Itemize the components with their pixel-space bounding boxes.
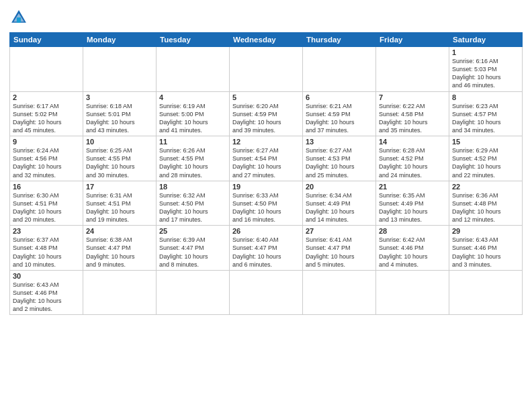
calendar-cell [83, 47, 157, 92]
calendar-cell: 9Sunrise: 6:24 AM Sunset: 4:56 PM Daylig… [10, 136, 83, 181]
day-number: 28 [379, 227, 446, 235]
day-info: Sunrise: 6:24 AM Sunset: 4:56 PM Dayligh… [13, 146, 80, 179]
day-number: 20 [306, 183, 373, 191]
day-number: 3 [86, 93, 153, 101]
calendar-cell: 7Sunrise: 6:22 AM Sunset: 4:58 PM Daylig… [376, 91, 449, 136]
day-info: Sunrise: 6:17 AM Sunset: 5:02 PM Dayligh… [13, 102, 80, 135]
day-info: Sunrise: 6:27 AM Sunset: 4:53 PM Dayligh… [306, 146, 373, 179]
calendar-table: SundayMondayTuesdayWednesdayThursdayFrid… [9, 32, 523, 315]
day-number: 8 [452, 93, 519, 101]
day-number: 22 [452, 183, 519, 191]
day-info: Sunrise: 6:33 AM Sunset: 4:50 PM Dayligh… [232, 191, 300, 224]
day-info: Sunrise: 6:31 AM Sunset: 4:51 PM Dayligh… [86, 191, 153, 224]
day-info: Sunrise: 6:19 AM Sunset: 5:00 PM Dayligh… [159, 102, 226, 135]
calendar-week-row: 30Sunrise: 6:43 AM Sunset: 4:46 PM Dayli… [10, 270, 523, 315]
calendar-cell: 24Sunrise: 6:38 AM Sunset: 4:47 PM Dayli… [83, 226, 157, 271]
day-number: 9 [13, 138, 80, 146]
day-number: 7 [379, 93, 446, 101]
day-number: 15 [452, 138, 519, 146]
calendar-cell: 22Sunrise: 6:36 AM Sunset: 4:48 PM Dayli… [449, 181, 523, 226]
day-number: 27 [306, 227, 373, 235]
day-info: Sunrise: 6:42 AM Sunset: 4:46 PM Dayligh… [379, 236, 446, 269]
calendar-cell: 12Sunrise: 6:27 AM Sunset: 4:54 PM Dayli… [230, 136, 303, 181]
calendar-cell [230, 47, 303, 92]
day-number: 5 [232, 93, 300, 101]
day-info: Sunrise: 6:30 AM Sunset: 4:51 PM Dayligh… [13, 191, 80, 224]
calendar-cell: 19Sunrise: 6:33 AM Sunset: 4:50 PM Dayli… [230, 181, 303, 226]
calendar-cell [376, 270, 449, 315]
day-info: Sunrise: 6:34 AM Sunset: 4:49 PM Dayligh… [306, 191, 373, 224]
day-info: Sunrise: 6:23 AM Sunset: 4:57 PM Dayligh… [452, 102, 519, 135]
weekday-header-sunday: Sunday [10, 33, 83, 47]
calendar-cell [157, 47, 230, 92]
day-info: Sunrise: 6:35 AM Sunset: 4:49 PM Dayligh… [379, 191, 446, 224]
calendar-cell [10, 47, 83, 92]
day-number: 6 [306, 93, 373, 101]
day-info: Sunrise: 6:16 AM Sunset: 5:03 PM Dayligh… [452, 57, 519, 90]
day-number: 2 [13, 93, 80, 101]
day-info: Sunrise: 6:20 AM Sunset: 4:59 PM Dayligh… [232, 102, 300, 135]
day-info: Sunrise: 6:25 AM Sunset: 4:55 PM Dayligh… [86, 146, 153, 179]
day-number: 17 [86, 183, 153, 191]
calendar-cell [449, 270, 523, 315]
weekday-header-friday: Friday [376, 33, 449, 47]
logo-icon [9, 8, 28, 27]
day-info: Sunrise: 6:40 AM Sunset: 4:47 PM Dayligh… [232, 236, 300, 269]
day-info: Sunrise: 6:27 AM Sunset: 4:54 PM Dayligh… [232, 146, 300, 179]
day-number: 11 [159, 138, 226, 146]
day-number: 10 [86, 138, 153, 146]
calendar-cell: 30Sunrise: 6:43 AM Sunset: 4:46 PM Dayli… [10, 270, 83, 315]
day-info: Sunrise: 6:38 AM Sunset: 4:47 PM Dayligh… [86, 236, 153, 269]
svg-rect-3 [17, 17, 21, 23]
calendar-cell [157, 270, 230, 315]
page: SundayMondayTuesdayWednesdayThursdayFrid… [0, 0, 532, 411]
day-number: 19 [232, 183, 300, 191]
day-info: Sunrise: 6:29 AM Sunset: 4:52 PM Dayligh… [452, 146, 519, 179]
day-number: 4 [159, 93, 226, 101]
day-info: Sunrise: 6:28 AM Sunset: 4:52 PM Dayligh… [379, 146, 446, 179]
weekday-header-saturday: Saturday [449, 33, 523, 47]
calendar-week-row: 23Sunrise: 6:37 AM Sunset: 4:48 PM Dayli… [10, 226, 523, 271]
calendar-cell: 25Sunrise: 6:39 AM Sunset: 4:47 PM Dayli… [157, 226, 230, 271]
day-info: Sunrise: 6:21 AM Sunset: 4:59 PM Dayligh… [306, 102, 373, 135]
calendar-cell: 5Sunrise: 6:20 AM Sunset: 4:59 PM Daylig… [230, 91, 303, 136]
calendar-cell: 23Sunrise: 6:37 AM Sunset: 4:48 PM Dayli… [10, 226, 83, 271]
day-number: 29 [452, 227, 519, 235]
day-number: 30 [13, 272, 80, 280]
calendar-cell [83, 270, 157, 315]
calendar-cell: 3Sunrise: 6:18 AM Sunset: 5:01 PM Daylig… [83, 91, 157, 136]
weekday-header-tuesday: Tuesday [157, 33, 230, 47]
calendar-cell [230, 270, 303, 315]
day-info: Sunrise: 6:43 AM Sunset: 4:46 PM Dayligh… [13, 281, 80, 314]
calendar-cell: 1Sunrise: 6:16 AM Sunset: 5:03 PM Daylig… [449, 47, 523, 92]
calendar-cell: 27Sunrise: 6:41 AM Sunset: 4:47 PM Dayli… [303, 226, 376, 271]
day-info: Sunrise: 6:37 AM Sunset: 4:48 PM Dayligh… [13, 236, 80, 269]
day-number: 14 [379, 138, 446, 146]
calendar-cell: 2Sunrise: 6:17 AM Sunset: 5:02 PM Daylig… [10, 91, 83, 136]
calendar-cell: 26Sunrise: 6:40 AM Sunset: 4:47 PM Dayli… [230, 226, 303, 271]
day-number: 23 [13, 227, 80, 235]
calendar-cell: 13Sunrise: 6:27 AM Sunset: 4:53 PM Dayli… [303, 136, 376, 181]
day-info: Sunrise: 6:18 AM Sunset: 5:01 PM Dayligh… [86, 102, 153, 135]
day-number: 21 [379, 183, 446, 191]
calendar-week-row: 2Sunrise: 6:17 AM Sunset: 5:02 PM Daylig… [10, 91, 523, 136]
calendar-cell: 29Sunrise: 6:43 AM Sunset: 4:46 PM Dayli… [449, 226, 523, 271]
weekday-header-monday: Monday [83, 33, 157, 47]
day-number: 18 [159, 183, 226, 191]
header [9, 8, 523, 27]
calendar-cell: 18Sunrise: 6:32 AM Sunset: 4:50 PM Dayli… [157, 181, 230, 226]
calendar-cell: 4Sunrise: 6:19 AM Sunset: 5:00 PM Daylig… [157, 91, 230, 136]
weekday-header-thursday: Thursday [303, 33, 376, 47]
calendar-cell [303, 47, 376, 92]
day-number: 13 [306, 138, 373, 146]
day-number: 1 [452, 48, 519, 56]
calendar-cell [303, 270, 376, 315]
calendar-cell [376, 47, 449, 92]
calendar-cell: 17Sunrise: 6:31 AM Sunset: 4:51 PM Dayli… [83, 181, 157, 226]
day-number: 25 [159, 227, 226, 235]
calendar-cell: 11Sunrise: 6:26 AM Sunset: 4:55 PM Dayli… [157, 136, 230, 181]
calendar-cell: 10Sunrise: 6:25 AM Sunset: 4:55 PM Dayli… [83, 136, 157, 181]
calendar-cell: 8Sunrise: 6:23 AM Sunset: 4:57 PM Daylig… [449, 91, 523, 136]
weekday-header-wednesday: Wednesday [230, 33, 303, 47]
weekday-header-row: SundayMondayTuesdayWednesdayThursdayFrid… [10, 33, 523, 47]
